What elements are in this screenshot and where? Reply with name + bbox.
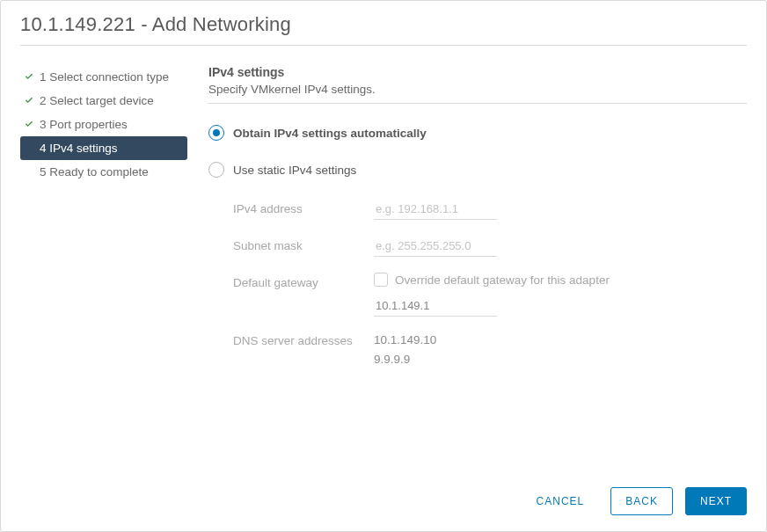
step-target-device[interactable]: 2 Select target device [20,89,187,113]
panel-title: IPv4 settings [208,65,747,79]
row-subnet-mask: Subnet mask [233,236,747,259]
step-label: 3 Port properties [40,118,128,131]
radio-label: Use static IPv4 settings [233,164,356,177]
radio-obtain-auto[interactable]: Obtain IPv4 settings automatically [208,125,747,141]
checkbox-override-gateway[interactable] [374,273,388,287]
radio-label: Obtain IPv4 settings automatically [233,127,427,140]
checkmark-icon [24,95,34,106]
dns-value-1: 10.1.149.10 [374,331,747,350]
step-label: 2 Select target device [40,94,154,107]
label-override-gateway: Override default gateway for this adapte… [395,273,610,287]
radio-icon [208,162,224,178]
panel-divider [208,103,747,104]
step-ready-complete[interactable]: 5 Ready to complete [20,160,187,184]
panel-ipv4-settings: IPv4 settings Specify VMkernel IPv4 sett… [196,65,747,475]
add-networking-dialog: 10.1.149.221 - Add Networking 1 Select c… [0,0,767,532]
input-ipv4-address[interactable] [374,199,497,220]
dialog-title: 10.1.149.221 - Add Networking [20,13,747,36]
label-subnet-mask: Subnet mask [233,236,374,252]
radio-icon [208,125,224,141]
input-default-gateway[interactable] [374,295,497,317]
row-ipv4-address: IPv4 address [233,199,747,222]
step-port-properties[interactable]: 3 Port properties [20,113,187,136]
step-label: 4 IPv4 settings [40,142,118,155]
row-default-gateway: Default gateway Override default gateway… [233,273,747,317]
checkmark-icon [24,119,34,129]
panel-subtitle: Specify VMkernel IPv4 settings. [208,83,747,96]
radio-use-static[interactable]: Use static IPv4 settings [208,162,747,178]
wizard-sidebar: 1 Select connection type 2 Select target… [20,65,196,475]
dialog-body: 1 Select connection type 2 Select target… [1,53,766,475]
row-dns-servers: DNS server addresses 10.1.149.10 9.9.9.9 [233,331,747,368]
dns-server-values: 10.1.149.10 9.9.9.9 [374,331,747,368]
input-subnet-mask[interactable] [374,236,497,257]
step-connection-type[interactable]: 1 Select connection type [20,65,187,89]
cancel-button[interactable]: CANCEL [522,488,599,514]
dialog-footer: CANCEL BACK NEXT [1,475,766,531]
dialog-header: 10.1.149.221 - Add Networking [1,1,766,53]
static-settings-form: IPv4 address Subnet mask Default gateway [233,199,747,368]
dns-value-2: 9.9.9.9 [374,350,747,369]
label-default-gateway: Default gateway [233,273,374,289]
step-label: 1 Select connection type [40,70,169,84]
step-ipv4-settings[interactable]: 4 IPv4 settings [20,136,187,160]
step-label: 5 Ready to complete [40,165,149,179]
next-button[interactable]: NEXT [685,487,747,515]
label-ipv4-address: IPv4 address [233,199,374,215]
header-divider [20,45,747,46]
checkmark-icon [24,71,34,82]
back-button[interactable]: BACK [610,487,673,515]
label-dns-servers: DNS server addresses [233,331,374,347]
